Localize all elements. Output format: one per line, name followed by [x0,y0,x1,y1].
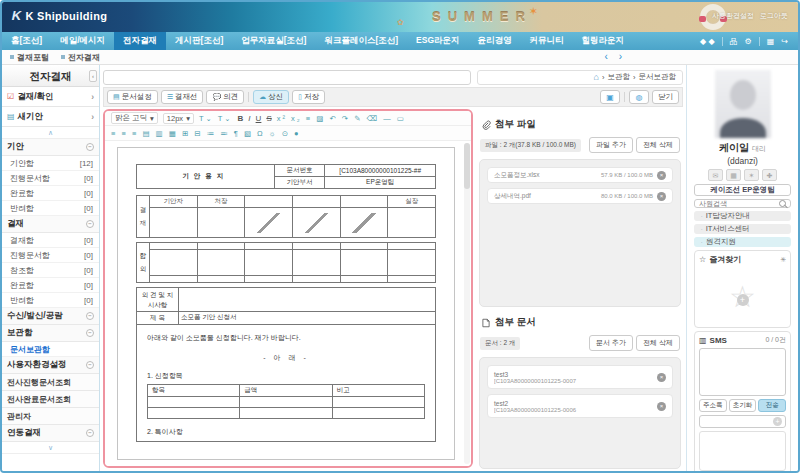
department-button[interactable]: 케이조선 EP운영팀 [694,184,791,196]
sms-message-textarea[interactable] [699,348,786,396]
tab-eapproval[interactable]: 전자결재 [61,52,100,63]
tab-approval-portal[interactable]: 결재포털 [10,52,49,63]
nav-board[interactable]: 게시판[조선] [166,32,232,50]
star-icon[interactable]: ✶ [744,169,759,181]
sidebar-item-approve-check[interactable]: ☑ 결재/확인 › [2,87,99,107]
memo-icon[interactable]: ▦ [726,169,741,181]
doc-item[interactable]: test2[C103A80000000101225-0006 × [487,394,673,418]
panel-pager-arrows[interactable]: ‹ › [605,51,626,62]
breadcrumb-doc-storage[interactable]: 문서보관함 [639,72,677,82]
sidebar-item-company-completed[interactable]: 전사완료문서조회 [2,391,99,408]
file-item[interactable]: 소모품정보.xlsx 57.9 KB / 100.0 MB × [487,167,673,183]
doc-list: test3[C103A80000000101225-0007 × test2[C… [479,357,681,469]
bookmark-view-button[interactable]: ▣ [600,90,620,104]
addressbook-button[interactable]: 주소록 [699,399,727,412]
delete-all-docs-button[interactable]: 전체 삭제 [636,335,680,351]
logout-link[interactable]: 로그아웃 [760,11,788,21]
doc-item[interactable]: test3[C103A80000000101225-0007 × [487,365,673,389]
globe-view-button[interactable]: ◍ [629,90,649,104]
remove-file-icon[interactable]: × [657,192,666,201]
sidebar-collapse-up[interactable]: ∧ [2,127,99,139]
sidebar-item-approval-progress[interactable]: 진행문서함[0] [2,248,99,263]
diamond-icons[interactable]: ◆ ◆ [700,37,715,46]
editor-align-insert-icons[interactable]: ≡ ≡ ≡ ▤ ▥ ▦ ⊞ ⊟ ≔ ≕ ¶ ▧ Ω ☼ ⊙ ● [111,129,301,138]
editor-format-icons[interactable]: x² x₂ ≡ ▨ ↶ ↷ ✎ ⌫ — ▭ [277,114,406,123]
add-recipient-icon[interactable]: + [773,417,782,426]
breadcrumb-storage[interactable]: 보관함 [608,72,631,82]
key-icon[interactable]: ✚ [762,169,777,181]
link-it-service-center[interactable]: ∙IT서비스센터 [694,224,791,234]
logout-icon[interactable]: ↪ [781,37,788,46]
submit-button[interactable]: ☁상신 [253,90,289,104]
sidebar-item-new-draft[interactable]: ▤ 새기안 › [2,107,99,127]
orgchart-icon[interactable]: 品 [730,36,738,47]
editor-scrollbar[interactable] [464,143,470,464]
sidebar-group-send-receive[interactable]: 수신/발신/공람− [2,308,99,325]
editor-canvas[interactable]: 기안용지 문서번호 [C103A80000000101225-## 기안부서 E… [105,141,471,466]
sidebar-group-approval[interactable]: 결재− [2,216,99,233]
employee-search-input[interactable] [699,200,776,207]
favorites-empty-area[interactable]: ☆ + [699,268,786,324]
sidebar-item-draft-box[interactable]: 기안함[12] [2,156,99,171]
file-item[interactable]: 상세내역.pdf 80.0 KB / 100.0 MB × [487,188,673,204]
nav-esg[interactable]: ESG라운지 [407,32,468,50]
remove-file-icon[interactable]: × [657,171,666,180]
user-env-link[interactable]: 사용환경설정 [712,11,754,21]
sidebar-item-admin[interactable]: 관리자 [2,408,99,425]
nav-healing[interactable]: 힐링라운지 [573,32,634,50]
bold-icon[interactable]: B [238,114,244,123]
close-button[interactable]: 닫기 [652,90,679,104]
sidebar-item-reference[interactable]: 참조함[0] [2,263,99,278]
mail-icon[interactable]: ✉ [708,169,723,181]
save-button[interactable]: ▯저장 [292,90,325,104]
sidebar-item-company-progress[interactable]: 전사진행문서조회 [2,374,99,391]
sidebar-item-completed[interactable]: 완료함[0] [2,186,99,201]
nav-mail[interactable]: 메일/메시지 [51,32,114,50]
sidebar-item-approval-completed[interactable]: 완료함[0] [2,278,99,293]
delete-all-files-button[interactable]: 전체 삭제 [636,137,680,153]
opinion-button[interactable]: 💬의견 [206,90,244,104]
add-doc-button[interactable]: 문서 추가 [589,335,633,351]
link-remote-support[interactable]: ∙원격지원 [694,237,791,247]
approval-line-button[interactable]: ☰결재선 [161,90,204,104]
nav-community[interactable]: 커뮤니티 [521,32,573,50]
settings-icon[interactable]: ⚙ [745,37,752,46]
nav-home[interactable]: 홈[조선] [2,32,51,50]
calendar-icon[interactable]: ▦ [767,37,775,46]
search-icon[interactable] [779,200,786,207]
sidebar-item-approval-box[interactable]: 결재함[0] [2,233,99,248]
add-file-button[interactable]: 파일 추가 [589,137,633,153]
font-size-select[interactable]: 12px▾ [163,113,194,124]
remove-doc-icon[interactable]: × [657,373,666,382]
nav-eapproval[interactable]: 전자결재 [114,32,166,50]
doc-settings-button[interactable]: ▤문서설정 [107,90,158,104]
send-button[interactable]: 전송 [758,399,786,412]
sidebar-collapse-down[interactable]: ∨ [2,442,99,454]
font-family-select[interactable]: 맑은 고딕▾ [111,112,158,124]
sidebar-item-doc-storage[interactable]: 문서보관함 [2,342,99,357]
sidebar-group-storage[interactable]: 보관함− [2,325,99,342]
document-title-input[interactable] [103,70,471,85]
nav-workplace[interactable]: 워크플레이스[조선] [315,32,407,50]
sidebar-group-linked-approval[interactable]: 연동결재− [2,425,99,442]
sidebar-item-in-progress[interactable]: 진행문서함[0] [2,171,99,186]
strikethrough-icon[interactable]: S [266,114,271,123]
sidebar-item-approval-rejected[interactable]: 반려함[0] [2,293,99,308]
pin-icon[interactable]: ✳ [780,256,786,264]
nav-ethics[interactable]: 윤리경영 [469,32,521,50]
add-favorite-icon[interactable]: + [737,294,749,306]
sms-recipient-input[interactable]: + [699,415,786,428]
remove-doc-icon[interactable]: × [657,402,666,411]
sidebar-group-user-env[interactable]: 사용자환경설정− [2,357,99,374]
company-logo[interactable]: K K Shipbuilding [12,8,107,23]
nav-workdata[interactable]: 업무자료실[조선] [232,32,315,50]
text-color-icons[interactable]: T⌄ T⌄ [199,114,233,123]
sidebar-group-draft[interactable]: 기안− [2,139,99,156]
italic-icon[interactable]: I [248,114,250,123]
reset-button[interactable]: 초기화 [729,399,757,412]
sidebar-collapse-button[interactable]: ‹ [89,70,97,82]
link-it-contact[interactable]: ∙IT담당자안내 [694,211,791,221]
sidebar-item-rejected[interactable]: 반려함[0] [2,201,99,216]
home-icon[interactable]: ⌂ [594,72,599,82]
underline-icon[interactable]: U [256,114,262,123]
